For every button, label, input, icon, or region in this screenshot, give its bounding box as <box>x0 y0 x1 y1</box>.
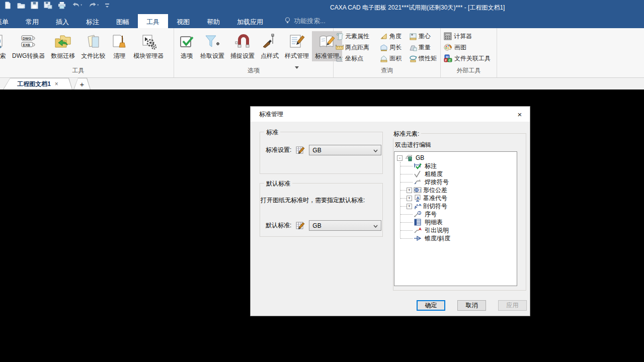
tree-item-weld-symbol[interactable]: 焊接符号 <box>394 178 517 186</box>
clean-button[interactable]: 清理 <box>108 31 130 61</box>
expand-icon[interactable]: + <box>407 188 412 193</box>
new-document-tab-button[interactable]: + <box>73 78 91 89</box>
snap-settings-button[interactable]: 捕捉设置 <box>227 31 258 61</box>
area-button[interactable]: 面积 <box>380 53 409 64</box>
customize-toolbar-icon[interactable] <box>105 3 110 9</box>
tree-item-taper[interactable]: 锥度/斜度 <box>394 234 517 242</box>
svg-text:A: A <box>419 227 422 231</box>
collapse-icon[interactable]: - <box>397 155 403 161</box>
tree-item-tolerance[interactable]: + 1 形位公差 <box>394 186 517 194</box>
edit-default-standard-icon[interactable] <box>296 221 305 230</box>
bom-table-icon <box>414 219 422 226</box>
datum-icon: A <box>414 195 422 202</box>
paint-button[interactable]: 画图 <box>444 42 497 53</box>
ok-button[interactable]: 确定 <box>417 300 445 311</box>
style-manage-button[interactable]: 样式管理 <box>282 31 312 72</box>
tree-root-gb[interactable]: - GB <box>394 154 517 162</box>
perimeter-button[interactable]: 周长 <box>380 42 409 53</box>
function-search[interactable]: 功能搜索... <box>285 14 326 28</box>
save-icon[interactable] <box>31 2 38 9</box>
undo-icon[interactable] <box>71 2 83 9</box>
inertia-icon <box>409 55 417 62</box>
plus-icon[interactable]: + <box>74 78 90 89</box>
standard-group-label: 标准 <box>264 128 280 137</box>
tab-dimension[interactable]: 标注 <box>77 14 108 28</box>
save-as-icon[interactable] <box>44 2 52 9</box>
pick-settings-button[interactable]: 拾取设置 <box>197 31 227 61</box>
svg-text:A-A: A-A <box>416 204 422 207</box>
tab-sheet[interactable]: 图幅 <box>108 14 138 28</box>
file-compare-button[interactable]: 文件比较 <box>78 31 108 61</box>
module-manager-button[interactable]: 模块管理器 <box>130 31 167 61</box>
print-icon[interactable] <box>58 2 66 9</box>
calculator-icon <box>444 32 452 40</box>
ribbon-group-tools: 件检索 DWGEXB DWG转换器 数据迁移 文件比较 清理 模块管理器 <box>0 28 174 77</box>
tab-help[interactable]: 帮助 <box>198 14 228 28</box>
standard-setting-select[interactable]: GB <box>309 145 381 155</box>
redo-icon[interactable] <box>88 2 99 9</box>
ribbon-tab-row: 菜单 常用 插入 标注 图幅 工具 视图 帮助 加载应用 功能搜索... <box>0 14 644 28</box>
tab-load-app[interactable]: 加载应用 <box>228 14 272 28</box>
tab-view[interactable]: 视图 <box>168 14 198 28</box>
standard-manager-dialog: 标准管理 × 标准 标准设置: GB 默认标准 打开图纸无标准时，需要指定默认标… <box>250 106 530 316</box>
ribbon: 件检索 DWGEXB DWG转换器 数据迁移 文件比较 清理 模块管理器 <box>0 28 644 78</box>
tab-common[interactable]: 常用 <box>17 14 47 28</box>
area-icon <box>380 55 388 62</box>
new-file-icon[interactable] <box>4 2 12 9</box>
ribbon-group-external-tools: 计算器 画图 HFC 文件关联工具 外部工具 <box>441 28 497 77</box>
module-gears-icon <box>140 32 156 51</box>
default-standard-select[interactable]: GB <box>309 220 381 231</box>
options-button[interactable]: 选项 <box>176 31 197 61</box>
tree-item-section-symbol[interactable]: + A-A 剖切符号 <box>394 202 517 210</box>
centroid-button[interactable]: 重心 <box>409 31 442 42</box>
tree-item-roughness[interactable]: 粗糙度 <box>394 170 517 178</box>
group-label-tools: 工具 <box>0 66 174 75</box>
weight-button[interactable]: 重量 <box>409 42 442 53</box>
angle-button[interactable]: 角度 <box>380 31 409 42</box>
dialog-title-bar[interactable]: 标准管理 <box>251 107 530 122</box>
dialog-title: 标准管理 <box>259 110 283 119</box>
tree-item-bom-table[interactable]: 明细表 <box>394 218 517 226</box>
coordinate-point-button[interactable]: 坐标点 <box>336 53 380 64</box>
two-point-distance-button[interactable]: 两点距离 <box>336 42 380 53</box>
document-tab-close-icon[interactable]: × <box>55 80 58 87</box>
svg-text:DWG: DWG <box>23 37 32 40</box>
default-standard-hint: 打开图纸无标准时，需要指定默认标准: <box>261 196 365 205</box>
function-search-label: 功能搜索... <box>294 17 326 26</box>
tree-item-dimension[interactable]: 标注 <box>394 162 517 170</box>
data-migration-button[interactable]: 数据迁移 <box>48 31 78 61</box>
chevron-down-icon <box>373 222 378 229</box>
section-symbol-icon: A-A <box>414 203 422 210</box>
ribbon-group-query: 元素属性 角度 重心 两点距离 周长 重量 <box>334 28 441 77</box>
element-properties-button[interactable]: 元素属性 <box>336 31 380 42</box>
file-association-button[interactable]: HFC 文件关联工具 <box>444 53 497 64</box>
calculator-button[interactable]: 计算器 <box>444 31 497 42</box>
tab-insert[interactable]: 插入 <box>47 14 77 28</box>
tree-item-datum[interactable]: + A 基准代号 <box>394 194 517 202</box>
document-tab-label: 工程图文档1 <box>17 80 51 88</box>
expand-icon[interactable]: + <box>407 196 412 201</box>
file-retrieve-button[interactable]: 件检索 <box>0 31 9 61</box>
standard-elements-tree[interactable]: - GB 标注 粗糙度 焊接符号 + 1 <box>394 151 517 286</box>
weight-icon <box>409 44 417 51</box>
dialog-close-icon[interactable]: × <box>510 107 530 122</box>
ruler-icon <box>336 44 344 51</box>
document-tab[interactable]: 工程图文档1 × <box>3 78 72 89</box>
tree-item-serial-number[interactable]: 1 序号 <box>394 210 517 218</box>
tab-menu[interactable]: 菜单 <box>0 14 17 28</box>
protractor-icon <box>380 33 388 40</box>
coordinate-icon <box>336 55 344 62</box>
standard-set-icon <box>405 154 413 161</box>
inertia-moment-button[interactable]: 惯性矩 <box>409 53 442 64</box>
cancel-button[interactable]: 取消 <box>457 300 486 311</box>
expand-icon[interactable]: + <box>407 204 412 209</box>
tree-item-leader-note[interactable]: A 引出说明 <box>394 226 517 234</box>
tab-tools[interactable]: 工具 <box>138 14 168 28</box>
folders-migrate-icon <box>54 32 71 51</box>
window-title: CAXA CAD 电子图板 2021***试用期(还剩30天)*** - [工程… <box>330 4 505 12</box>
open-file-icon[interactable] <box>17 2 25 9</box>
dwg-converter-button[interactable]: DWGEXB DWG转换器 <box>9 31 48 61</box>
point-style-button[interactable]: 点样式 <box>258 31 282 61</box>
centroid-icon <box>409 33 417 40</box>
edit-standard-icon[interactable] <box>296 146 305 155</box>
